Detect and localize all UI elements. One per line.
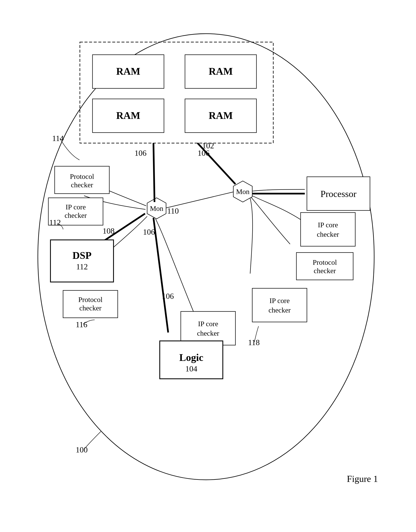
svg-text:Protocol: Protocol	[78, 296, 102, 304]
svg-text:IP core: IP core	[66, 203, 86, 211]
svg-text:Processor: Processor	[320, 189, 356, 199]
svg-point-0	[38, 34, 374, 480]
svg-marker-13	[233, 181, 252, 202]
svg-text:104: 104	[185, 364, 197, 373]
svg-rect-41	[301, 213, 355, 246]
svg-text:RAM: RAM	[209, 110, 233, 121]
svg-rect-47	[252, 288, 307, 322]
svg-rect-29	[50, 240, 113, 282]
svg-text:100: 100	[76, 445, 88, 454]
svg-text:102: 102	[202, 141, 214, 150]
svg-text:116: 116	[76, 320, 87, 329]
svg-text:Mon: Mon	[236, 188, 249, 196]
svg-text:checker: checker	[71, 181, 93, 189]
svg-line-16	[198, 143, 236, 184]
svg-overlay: RAM RAM RAM RAM 102 Mon Mon	[21, 13, 395, 497]
svg-text:Protocol: Protocol	[70, 173, 94, 180]
svg-rect-5	[185, 99, 256, 133]
svg-line-15	[153, 143, 154, 202]
svg-text:IP core: IP core	[198, 320, 218, 328]
svg-rect-2	[93, 55, 164, 89]
svg-text:RAM: RAM	[116, 66, 141, 77]
svg-text:106: 106	[198, 148, 209, 158]
svg-rect-26	[48, 198, 103, 225]
svg-rect-3	[185, 55, 256, 89]
svg-text:Figure 1: Figure 1	[347, 474, 378, 484]
svg-marker-11	[147, 198, 166, 219]
svg-rect-32	[63, 290, 118, 318]
svg-text:118: 118	[248, 338, 260, 347]
svg-line-17	[86, 214, 145, 253]
svg-text:checker: checker	[65, 211, 87, 219]
svg-text:106: 106	[162, 292, 174, 301]
svg-text:checker: checker	[197, 329, 219, 337]
svg-text:IP core: IP core	[269, 297, 290, 305]
svg-text:DSP: DSP	[73, 250, 92, 261]
svg-text:Mon: Mon	[150, 205, 163, 212]
svg-text:RAM: RAM	[116, 110, 141, 121]
svg-rect-35	[181, 311, 236, 345]
svg-text:checker: checker	[79, 304, 102, 312]
svg-text:112: 112	[49, 218, 61, 227]
svg-text:checker: checker	[268, 306, 291, 314]
svg-text:108: 108	[103, 227, 114, 235]
svg-text:Protocol: Protocol	[312, 258, 337, 266]
svg-rect-44	[296, 253, 353, 280]
svg-rect-1	[80, 42, 273, 143]
svg-text:checker: checker	[317, 230, 339, 238]
svg-rect-21	[307, 177, 370, 210]
svg-text:112: 112	[76, 262, 88, 271]
svg-text:RAM: RAM	[209, 66, 233, 77]
diagram-container: RAM RAM RAM RAM 102 Mon Mon	[21, 13, 395, 497]
svg-text:Logic: Logic	[179, 352, 203, 363]
svg-text:106: 106	[143, 227, 155, 236]
svg-rect-38	[160, 341, 223, 379]
svg-text:106: 106	[134, 148, 147, 158]
svg-line-20	[166, 192, 233, 208]
svg-line-18	[153, 218, 168, 333]
svg-text:IP core: IP core	[318, 221, 338, 229]
svg-text:114: 114	[52, 134, 64, 143]
svg-rect-4	[93, 99, 164, 133]
svg-text:checker: checker	[314, 267, 336, 275]
svg-text:110: 110	[167, 207, 179, 215]
svg-rect-23	[55, 166, 109, 194]
